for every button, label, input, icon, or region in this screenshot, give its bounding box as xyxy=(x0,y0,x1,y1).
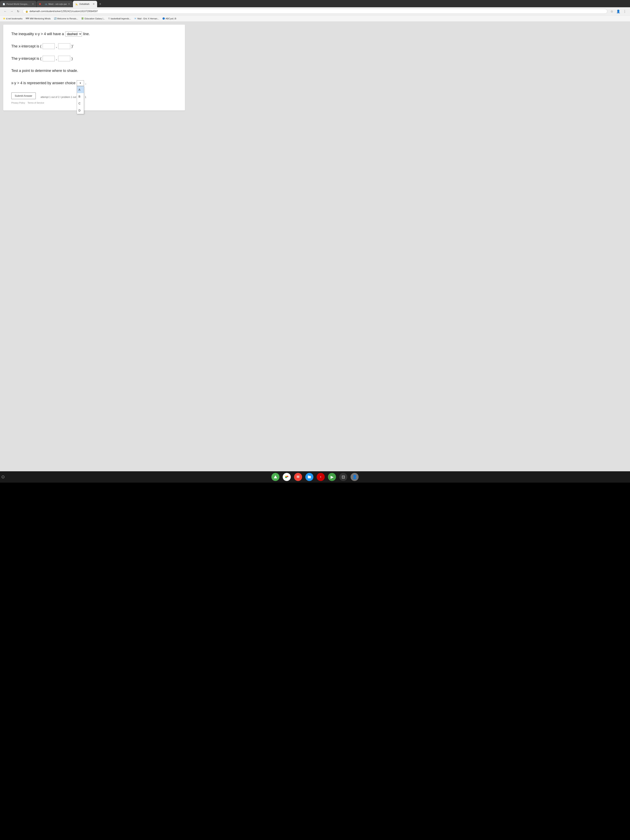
bookmark-edu-icon: 📗 xyxy=(81,17,84,20)
back-button[interactable]: ← xyxy=(2,8,8,14)
content-area: The inequality x-y > 4 will have a dashe… xyxy=(0,21,630,471)
browser-actions: ☆ 👤 ⋮ xyxy=(609,8,628,14)
x-intercept-label: The x-intercept is ( xyxy=(11,43,41,49)
forward-button[interactable]: → xyxy=(9,8,14,14)
taskbar-chrome-icon[interactable] xyxy=(283,473,291,481)
taskbar-circle-indicator xyxy=(2,475,5,478)
taskbar-files-icon[interactable] xyxy=(305,473,313,481)
line-type-label: The inequality x-y > 4 will have a xyxy=(11,31,64,37)
bookmark-basketball-legends[interactable]: G basketball legends... xyxy=(107,17,132,20)
answer-choice-select-container: ▼ A B C D xyxy=(77,81,84,86)
taskbar-profile-icon[interactable]: 👤 xyxy=(351,473,358,481)
tab-meet[interactable]: 📹 Meet - vet-cqtv-jae ✕ xyxy=(37,1,73,7)
line-type-text: The inequality x-y > 4 will have a dashe… xyxy=(11,31,177,37)
answer-choice-text: x-y > 4 is represented by answer choice … xyxy=(11,80,177,86)
secure-icon: 🔒 xyxy=(25,10,28,13)
y-intercept-input1[interactable] xyxy=(43,56,55,62)
bookmark-education-galaxy[interactable]: 📗 Education Galaxy |... xyxy=(80,17,106,20)
browser-chrome: 📄 Period World Geography ✕ 📹 Meet - vet-… xyxy=(0,0,630,21)
footer-links: Privacy Policy Terms of Service xyxy=(11,101,177,104)
profile-button[interactable]: 👤 xyxy=(616,8,621,14)
bookmark-renais-label: Welcome to Renais... xyxy=(57,17,78,20)
tab-deltamath[interactable]: 📐 DeltaMath ✕ xyxy=(73,1,97,7)
problem-card: The inequality x-y > 4 will have a dashe… xyxy=(3,25,185,111)
answer-choice-section: x-y > 4 is represented by answer choice … xyxy=(11,80,177,86)
tab2-close[interactable]: ✕ xyxy=(68,3,70,5)
reload-button[interactable]: ↻ xyxy=(15,8,21,14)
new-tab-button[interactable]: + xyxy=(98,1,103,7)
submit-row: Submit Answer attempt 1 out of 2 / probl… xyxy=(11,93,177,99)
taskbar-gmail-icon[interactable]: M xyxy=(294,473,302,481)
bookmark-abcyal[interactable]: 🔵 ABCyal | B xyxy=(161,17,177,20)
bookmark-mail-label: Mail - Eric X Hernan... xyxy=(137,17,159,20)
answer-choice-dropdown: A B C D xyxy=(77,86,84,114)
bookmark-renais-icon: 🔄 xyxy=(54,17,56,20)
answer-option-a[interactable]: A xyxy=(77,86,84,93)
x-intercept-input1[interactable] xyxy=(43,43,55,49)
bookmark-mail-icon: 📧 xyxy=(134,17,136,20)
answer-choice-select-box[interactable]: ▼ xyxy=(77,81,84,86)
x-intercept-text: The x-intercept is ( , )' xyxy=(11,43,177,49)
y-intercept-label: The y-intercept is ( xyxy=(11,56,41,62)
test-point-section: Test a point to determine where to shade… xyxy=(11,68,177,74)
taskbar: M ▶ ⊡ 👤 xyxy=(0,471,630,483)
tab1-close[interactable]: ✕ xyxy=(32,3,34,5)
bookmark-ball-label: basketball legends... xyxy=(111,17,131,20)
bookmark-mail[interactable]: 📧 Mail - Eric X Hernan... xyxy=(133,17,160,20)
bookmark-welcome-renais[interactable]: 🔄 Welcome to Renais... xyxy=(53,17,79,20)
submit-answer-button[interactable]: Submit Answer xyxy=(11,93,36,99)
tab-period-world-geography[interactable]: 📄 Period World Geography ✕ xyxy=(0,1,36,7)
tab1-title: Period World Geography xyxy=(6,3,31,5)
taskbar-youtube-icon[interactable] xyxy=(317,473,325,481)
answer-option-d[interactable]: D xyxy=(77,107,84,114)
svg-marker-0 xyxy=(274,475,277,478)
line-type-section: The inequality x-y > 4 will have a dashe… xyxy=(11,31,177,37)
answer-select-arrow: ▼ xyxy=(79,82,81,85)
url-bar[interactable]: 🔒 deltamath.com/student/solve/12552421/c… xyxy=(23,9,607,14)
bookmark-ball-icon: G xyxy=(108,17,110,20)
tab2-notification-dot xyxy=(39,3,41,5)
answer-option-c[interactable]: C xyxy=(77,100,84,107)
tab-bar: 📄 Period World Geography ✕ 📹 Meet - vet-… xyxy=(0,0,630,7)
bookmark-button[interactable]: ☆ xyxy=(609,8,615,14)
x-intercept-close: )' xyxy=(71,43,73,49)
tab3-close[interactable]: ✕ xyxy=(93,3,95,5)
tab1-favicon: 📄 xyxy=(2,3,5,5)
answer-option-b[interactable]: B xyxy=(77,93,84,100)
answer-choice-label: x-y > 4 is represented by answer choice xyxy=(11,80,76,86)
bookmark-mentoring-minds[interactable]: MM MM Mentoring Minds xyxy=(24,17,52,20)
nav-buttons: ← → ↻ xyxy=(2,8,21,14)
menu-button[interactable]: ⋮ xyxy=(622,8,628,14)
y-intercept-input2[interactable] xyxy=(58,56,70,62)
taskbar-launcher-icon[interactable] xyxy=(272,473,279,481)
bookmark-dnet-icon: ⭐ xyxy=(3,17,5,20)
privacy-policy-link[interactable]: Privacy Policy xyxy=(11,101,25,104)
tab3-favicon: 📐 xyxy=(75,3,78,5)
y-intercept-text: The y-intercept is ( , ) xyxy=(11,56,177,62)
taskbar-play-icon[interactable]: ▶ xyxy=(328,473,336,481)
test-point-text: Test a point to determine where to shade… xyxy=(11,68,177,74)
line-type-select[interactable]: dashed solid xyxy=(65,32,82,36)
bookmark-abcyal-label: ABCyal | B xyxy=(166,17,176,20)
bookmark-dnet-label: d.net bookmarks xyxy=(6,17,22,20)
tab2-title: Meet - vet-cqtv-jae xyxy=(49,3,67,5)
y-intercept-comma: , xyxy=(56,56,57,62)
svg-rect-3 xyxy=(308,476,311,478)
test-point-label: Test a point to determine where to shade… xyxy=(11,68,78,74)
tab3-title: DeltaMath xyxy=(79,3,92,5)
bookmark-mm-icon: MM xyxy=(26,17,29,20)
x-intercept-section: The x-intercept is ( , )' xyxy=(11,43,177,49)
tab2-favicon: 📹 xyxy=(44,3,47,5)
y-intercept-section: The y-intercept is ( , ) xyxy=(11,56,177,62)
bookmark-mm-label: MM Mentoring Minds xyxy=(30,17,51,20)
terms-of-service-link[interactable]: Terms of Service xyxy=(28,101,44,104)
bottom-dark-area xyxy=(0,483,630,840)
answer-period: . xyxy=(85,80,86,86)
x-intercept-comma: , xyxy=(56,43,57,49)
bookmark-edu-label: Education Galaxy |... xyxy=(85,17,105,20)
taskbar-remote-icon[interactable]: ⊡ xyxy=(339,473,347,481)
x-intercept-input2[interactable] xyxy=(58,43,70,49)
svg-rect-4 xyxy=(308,475,309,476)
bookmarks-bar: ⭐ d.net bookmarks MM MM Mentoring Minds … xyxy=(0,15,630,21)
bookmark-dnet[interactable]: ⭐ d.net bookmarks xyxy=(2,17,24,20)
